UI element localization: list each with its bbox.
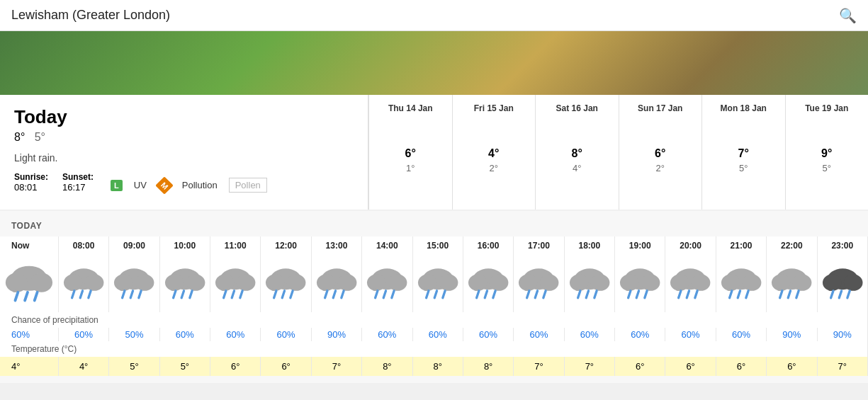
svg-point-120: [570, 274, 589, 290]
time-header-cell: 13:00: [311, 236, 361, 255]
time-header-cell: 17:00: [514, 236, 564, 255]
temp-cell: 6°: [261, 357, 311, 376]
hourly-icon-cell: [412, 255, 463, 312]
svg-point-85: [317, 274, 336, 290]
svg-point-121: [591, 274, 610, 290]
svg-line-95: [376, 291, 378, 298]
svg-line-47: [25, 292, 28, 301]
svg-line-145: [738, 291, 740, 298]
uv-badge: L: [111, 180, 123, 191]
svg-line-55: [89, 291, 91, 298]
hourly-icon-cell: [615, 255, 665, 312]
svg-line-62: [139, 291, 141, 298]
hourly-icon-cell: [362, 255, 412, 312]
svg-line-60: [123, 291, 125, 298]
sunrise-time: 08:01: [14, 182, 38, 193]
svg-line-104: [442, 291, 444, 298]
temp-cell: 6°: [615, 357, 665, 376]
uv-label: UV: [134, 180, 147, 190]
temp-cell: 7°: [311, 357, 361, 376]
precip-cell: 60%: [564, 328, 614, 341]
svg-line-116: [527, 291, 529, 298]
forecast-high: 6°: [405, 147, 416, 160]
temp-cell: 4°: [58, 357, 108, 376]
svg-line-151: [780, 291, 782, 298]
svg-point-156: [843, 274, 862, 290]
svg-line-48: [35, 292, 38, 301]
svg-line-82: [283, 291, 285, 298]
forecast-low: 5°: [823, 163, 831, 173]
precip-cell: 60%: [0, 328, 58, 341]
svg-line-102: [426, 291, 428, 298]
temp-row: 4°4°5°5°6°6°7°8°8°8°7°7°6°6°6°6°7°: [0, 357, 868, 376]
forecast-high: 9°: [821, 147, 832, 160]
svg-point-148: [772, 274, 791, 290]
sunset-item: Sunset: 16:17: [62, 172, 94, 193]
svg-line-159: [839, 291, 841, 298]
forecast-day-name: Mon 18 Jan: [721, 103, 767, 113]
svg-point-93: [388, 274, 407, 290]
svg-line-81: [274, 291, 276, 298]
svg-line-138: [687, 291, 689, 298]
svg-line-160: [847, 291, 849, 298]
svg-point-57: [114, 274, 133, 290]
precip-cell: 60%: [665, 328, 716, 341]
temp-cell: 7°: [564, 357, 614, 376]
hourly-icon-cell: [0, 255, 58, 312]
svg-point-64: [165, 274, 184, 290]
svg-point-92: [367, 274, 386, 290]
hourly-icon-cell: [311, 255, 361, 312]
temp-cell: 7°: [817, 357, 867, 376]
forecast-high: 7°: [738, 147, 749, 160]
precip-cell: 60%: [615, 328, 665, 341]
forecast-day-5: Tue 19 Jan 9° 5°: [786, 95, 869, 210]
hourly-icon-cell: [463, 255, 513, 312]
temp-label-row: Temperature (°C): [0, 341, 868, 357]
time-header-cell: 10:00: [159, 236, 210, 255]
svg-point-142: [743, 274, 762, 290]
svg-rect-115: [525, 288, 529, 290]
svg-rect-157: [828, 288, 832, 290]
precip-label-row: Chance of precipitation: [0, 312, 868, 328]
precip-cell: 60%: [261, 328, 311, 341]
today-temps: 8° 5°: [14, 131, 354, 144]
temp-cell: 8°: [362, 357, 412, 376]
svg-point-134: [670, 274, 689, 290]
forecast-day-1: Fri 15 Jan 4° 2°: [453, 95, 536, 210]
time-header-cell: 11:00: [210, 236, 261, 255]
svg-rect-66: [171, 288, 174, 290]
svg-line-158: [830, 291, 833, 298]
svg-line-109: [477, 291, 479, 298]
precip-cell: 60%: [362, 328, 412, 341]
svg-line-139: [695, 291, 697, 298]
forecast-high: 6°: [655, 147, 665, 160]
svg-line-137: [679, 291, 681, 298]
forecast-low: 2°: [490, 163, 498, 173]
hourly-icon-cell: [564, 255, 614, 312]
precip-row: 60%60%50%60%60%60%90%60%60%60%60%60%60%6…: [0, 328, 868, 341]
today-description: Light rain.: [14, 152, 354, 164]
hourly-icon-cell: [109, 255, 159, 312]
hourly-icon-cell: [159, 255, 210, 312]
time-header-cell: 16:00: [463, 236, 513, 255]
svg-point-44: [30, 273, 52, 292]
svg-rect-80: [272, 288, 276, 290]
today-meta: Sunrise: 08:01 Sunset: 16:17 L UV M Poll…: [14, 172, 354, 193]
forecast-day-4: Mon 18 Jan 7° 5°: [702, 95, 786, 210]
svg-line-67: [173, 291, 175, 298]
temp-cell: 6°: [767, 357, 817, 376]
svg-rect-143: [727, 288, 731, 290]
hourly-icon-cell: [514, 255, 564, 312]
svg-rect-52: [69, 288, 73, 290]
sunset-time: 16:17: [62, 182, 86, 193]
hourly-icon-cell: [716, 255, 766, 312]
svg-line-76: [240, 291, 242, 298]
svg-line-132: [645, 291, 647, 298]
forecast-high: 4°: [488, 147, 499, 160]
time-header-row: Now08:0009:0010:0011:0012:0013:0014:0015…: [0, 236, 868, 255]
precip-cell: 60%: [514, 328, 564, 341]
svg-rect-122: [575, 288, 579, 290]
temp-cell: 5°: [109, 357, 159, 376]
svg-point-99: [418, 274, 437, 290]
search-button[interactable]: 🔍: [839, 7, 857, 24]
